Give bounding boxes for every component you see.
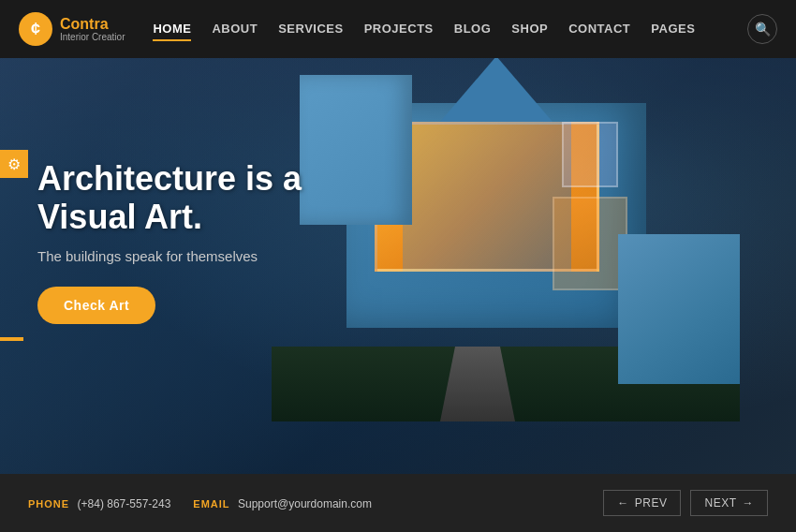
footer-nav: ← PREV NEXT → — [603, 490, 768, 516]
footer-contact: PHONE (+84) 867-557-243 EMAIL Support@yo… — [28, 495, 603, 511]
nav-contact[interactable]: CONTACT — [568, 22, 630, 37]
logo-subtitle: Interior Creatior — [60, 32, 125, 42]
logo-text: Contra Interior Creatior — [60, 16, 125, 43]
next-arrow-icon: → — [743, 496, 755, 510]
nav-links: HOME ABOUT SERVICES PROJECTS BLOG SHOP C… — [153, 22, 738, 37]
prev-button[interactable]: ← PREV — [603, 490, 681, 516]
cta-button[interactable]: Check Art — [37, 287, 155, 324]
logo-area[interactable]: ¢ Contra Interior Creatior — [19, 12, 125, 46]
nav-home[interactable]: HOME — [153, 22, 191, 37]
phone-info: PHONE (+84) 867-557-243 — [28, 495, 170, 511]
headline-line2: Visual Art. — [37, 198, 202, 236]
footer-bar: PHONE (+84) 867-557-243 EMAIL Support@yo… — [0, 474, 796, 532]
email-label: EMAIL — [193, 498, 229, 510]
nav-projects[interactable]: PROJECTS — [364, 22, 434, 37]
search-button[interactable]: 🔍 — [747, 14, 777, 44]
window-right — [553, 197, 627, 290]
headline-line1: Architecture is a — [37, 159, 302, 198]
left-accent-bar — [0, 337, 23, 341]
hero-section: Architecture is a Visual Art. The buildi… — [0, 0, 796, 474]
next-button[interactable]: NEXT → — [690, 490, 768, 516]
nav-blog[interactable]: BLOG — [454, 22, 492, 37]
hero-subtext: The buildings speak for themselves — [37, 248, 302, 264]
gear-icon: ⚙ — [7, 155, 21, 173]
house-illustration — [272, 47, 740, 421]
email-info: EMAIL Support@yourdomain.com — [193, 495, 372, 511]
nav-pages[interactable]: PAGES — [651, 22, 695, 37]
navbar: ¢ Contra Interior Creatior HOME ABOUT SE… — [0, 0, 796, 58]
nav-about[interactable]: ABOUT — [212, 22, 258, 37]
phone-value: (+84) 867-557-243 — [78, 497, 171, 510]
house-roof — [440, 56, 553, 122]
hero-content: Architecture is a Visual Art. The buildi… — [37, 159, 302, 324]
window-upper-right — [562, 122, 618, 187]
prev-arrow-icon: ← — [617, 496, 629, 510]
phone-label: PHONE — [28, 498, 69, 510]
hero-headline: Architecture is a Visual Art. — [37, 159, 302, 237]
house-right-wing — [618, 234, 740, 384]
nav-services[interactable]: SERVICES — [278, 22, 344, 37]
logo-icon: ¢ — [19, 12, 52, 46]
gear-button[interactable]: ⚙ — [0, 150, 28, 178]
house-upper-ext — [300, 75, 412, 225]
search-icon: 🔍 — [755, 22, 771, 37]
logo-title: Contra — [60, 16, 125, 33]
email-value: Support@yourdomain.com — [238, 497, 372, 510]
nav-shop[interactable]: SHOP — [511, 22, 548, 37]
